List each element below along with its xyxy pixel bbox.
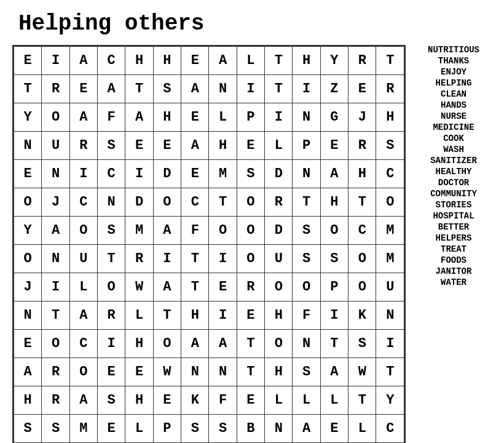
grid-cell[interactable]: T [98, 245, 125, 273]
grid-cell[interactable]: Y [14, 103, 42, 132]
grid-cell[interactable]: E [153, 386, 181, 415]
grid-cell[interactable]: A [153, 217, 181, 245]
grid-cell[interactable]: T [293, 188, 320, 217]
grid-cell[interactable]: H [125, 47, 153, 75]
grid-cell[interactable]: R [98, 301, 125, 330]
grid-cell[interactable]: C [98, 47, 125, 75]
grid-cell[interactable]: C [181, 188, 209, 217]
grid-cell[interactable]: T [181, 245, 209, 273]
grid-cell[interactable]: S [293, 217, 320, 245]
grid-cell[interactable]: S [209, 415, 237, 443]
grid-cell[interactable]: W [348, 358, 376, 386]
grid-cell[interactable]: O [348, 245, 376, 273]
grid-cell[interactable]: N [98, 188, 125, 217]
grid-cell[interactable]: I [69, 160, 97, 188]
grid-cell[interactable]: S [14, 415, 42, 443]
grid-cell[interactable]: K [348, 301, 376, 330]
grid-cell[interactable]: H [14, 386, 42, 415]
grid-cell[interactable]: T [265, 75, 293, 103]
grid-cell[interactable]: A [153, 273, 181, 301]
grid-cell[interactable]: P [293, 132, 320, 160]
grid-cell[interactable]: N [293, 330, 320, 358]
grid-cell[interactable]: L [265, 132, 293, 160]
grid-cell[interactable]: H [376, 103, 404, 132]
grid-cell[interactable]: E [237, 386, 264, 415]
grid-cell[interactable]: A [98, 75, 125, 103]
grid-cell[interactable]: N [14, 301, 42, 330]
grid-cell[interactable]: R [125, 245, 153, 273]
grid-cell[interactable]: A [320, 358, 348, 386]
grid-cell[interactable]: F [209, 386, 237, 415]
grid-cell[interactable]: N [42, 160, 69, 188]
grid-cell[interactable]: A [293, 415, 320, 443]
grid-cell[interactable]: N [376, 301, 404, 330]
grid-cell[interactable]: O [376, 188, 404, 217]
grid-cell[interactable]: R [376, 75, 404, 103]
grid-cell[interactable]: T [237, 358, 264, 386]
grid-cell[interactable]: A [14, 358, 42, 386]
grid-cell[interactable]: A [69, 103, 97, 132]
grid-cell[interactable]: M [376, 245, 404, 273]
grid-cell[interactable]: S [98, 386, 125, 415]
grid-cell[interactable]: A [42, 217, 69, 245]
grid-cell[interactable]: H [125, 386, 153, 415]
grid-cell[interactable]: Y [320, 47, 348, 75]
grid-cell[interactable]: A [209, 330, 237, 358]
grid-cell[interactable]: E [69, 75, 97, 103]
grid-cell[interactable]: E [209, 273, 237, 301]
grid-cell[interactable]: E [181, 47, 209, 75]
grid-cell[interactable]: L [348, 415, 376, 443]
grid-cell[interactable]: T [14, 75, 42, 103]
grid-cell[interactable]: C [376, 415, 404, 443]
grid-cell[interactable]: S [42, 415, 69, 443]
grid-cell[interactable]: L [125, 301, 153, 330]
grid-cell[interactable]: E [320, 415, 348, 443]
grid-cell[interactable]: E [125, 132, 153, 160]
grid-cell[interactable]: D [265, 160, 293, 188]
grid-cell[interactable]: T [348, 188, 376, 217]
grid-cell[interactable]: E [153, 132, 181, 160]
grid-cell[interactable]: N [209, 358, 237, 386]
grid-cell[interactable]: R [42, 386, 69, 415]
grid-cell[interactable]: E [14, 330, 42, 358]
grid-cell[interactable]: O [293, 273, 320, 301]
grid-cell[interactable]: J [14, 273, 42, 301]
grid-cell[interactable]: R [348, 132, 376, 160]
grid-cell[interactable]: W [125, 273, 153, 301]
grid-cell[interactable]: L [265, 386, 293, 415]
grid-cell[interactable]: H [209, 132, 237, 160]
grid-cell[interactable]: Y [14, 217, 42, 245]
grid-cell[interactable]: H [265, 301, 293, 330]
grid-cell[interactable]: J [348, 103, 376, 132]
grid-cell[interactable]: H [153, 47, 181, 75]
grid-cell[interactable]: T [320, 330, 348, 358]
grid-cell[interactable]: S [181, 415, 209, 443]
grid-cell[interactable]: F [181, 217, 209, 245]
grid-cell[interactable]: A [69, 386, 97, 415]
grid-cell[interactable]: Y [376, 386, 404, 415]
grid-cell[interactable]: D [125, 188, 153, 217]
grid-cell[interactable]: I [42, 47, 69, 75]
grid-cell[interactable]: T [42, 301, 69, 330]
grid-cell[interactable]: F [293, 301, 320, 330]
grid-cell[interactable]: S [153, 75, 181, 103]
grid-cell[interactable]: I [237, 75, 264, 103]
grid-cell[interactable]: O [69, 217, 97, 245]
grid-cell[interactable]: R [69, 132, 97, 160]
grid-cell[interactable]: C [69, 188, 97, 217]
grid-cell[interactable]: I [42, 273, 69, 301]
grid-cell[interactable]: N [14, 132, 42, 160]
grid-cell[interactable]: D [265, 217, 293, 245]
grid-cell[interactable]: E [181, 103, 209, 132]
grid-cell[interactable]: O [209, 217, 237, 245]
grid-cell[interactable]: I [293, 75, 320, 103]
grid-cell[interactable]: L [125, 415, 153, 443]
grid-cell[interactable]: L [237, 47, 264, 75]
grid-cell[interactable]: A [209, 47, 237, 75]
grid-cell[interactable]: C [69, 330, 97, 358]
grid-cell[interactable]: K [181, 386, 209, 415]
grid-cell[interactable]: E [320, 132, 348, 160]
grid-cell[interactable]: A [125, 103, 153, 132]
grid-cell[interactable]: E [14, 160, 42, 188]
grid-cell[interactable]: T [376, 47, 404, 75]
